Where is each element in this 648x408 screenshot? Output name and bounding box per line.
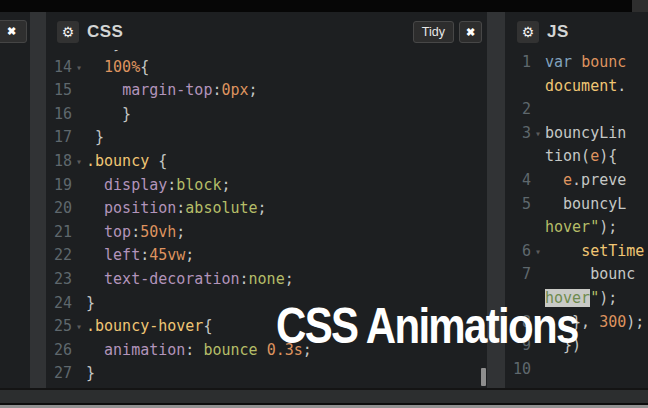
line-number: 17 — [46, 126, 72, 150]
fold-gutter — [72, 339, 86, 363]
fold-gutter — [531, 263, 545, 287]
close-icon: ✖ — [466, 26, 475, 39]
code-line[interactable]: 3▾bouncyLin — [505, 122, 648, 146]
code-line[interactable]: 19 display:block; — [46, 174, 487, 198]
code-line[interactable]: 1var bounc — [505, 51, 648, 75]
code-text: position:absolute; — [86, 197, 267, 221]
code-text: text-decoration:none; — [86, 268, 294, 292]
code-line[interactable]: 20 position:absolute; — [46, 197, 487, 221]
line-number: 24 — [46, 292, 72, 316]
line-number: 5 — [505, 193, 531, 217]
code-line[interactable]: 16 } — [46, 103, 487, 127]
code-line[interactable]: 23 text-decoration:none; — [46, 268, 487, 292]
fold-gutter — [72, 268, 86, 292]
code-text: bounc — [545, 263, 635, 287]
code-line[interactable]: 17 } — [46, 126, 487, 150]
fold-gutter — [72, 103, 86, 127]
fold-gutter — [531, 51, 545, 75]
fold-gutter — [72, 362, 86, 386]
line-number: 26 — [46, 339, 72, 363]
close-icon: ✖ — [7, 25, 16, 38]
code-line[interactable]: document. — [505, 75, 648, 99]
code-line[interactable]: 21 top:50vh; — [46, 221, 487, 245]
line-number: 6 — [505, 240, 531, 264]
gear-icon: ⚙ — [522, 25, 535, 39]
line-number: 14 — [46, 56, 72, 80]
css-scrollbar-thumb[interactable] — [481, 368, 486, 386]
preview-heading-text: CSS Animations — [276, 300, 578, 352]
fold-arrow-icon[interactable]: ▾ — [531, 240, 545, 264]
line-number: 3 — [505, 122, 531, 146]
fold-gutter — [531, 358, 545, 382]
code-text: bouncyL — [545, 193, 626, 217]
code-line[interactable]: 2 — [505, 98, 648, 122]
gear-icon: ⚙ — [62, 25, 75, 39]
code-text: } — [86, 103, 131, 127]
html-panel-edge: ✖ — [0, 12, 30, 390]
css-tidy-button[interactable]: Tidy — [413, 21, 454, 43]
line-number: 2 — [505, 98, 531, 122]
code-line[interactable]: 18▾.bouncy { — [46, 150, 487, 174]
code-line[interactable]: 7 bounc — [505, 263, 648, 287]
code-line[interactable]: 10 — [505, 358, 648, 382]
code-text: setTime — [545, 240, 644, 264]
fold-gutter — [531, 75, 545, 99]
line-number — [505, 75, 531, 99]
code-text: } — [86, 126, 104, 150]
line-number: 15 — [46, 79, 72, 103]
line-number: 22 — [46, 244, 72, 268]
code-line[interactable]: 6▾ setTime — [505, 240, 648, 264]
fold-gutter — [72, 221, 86, 245]
code-text: left:45vw; — [86, 244, 194, 268]
code-text: hover"); — [545, 216, 617, 240]
bottom-divider-bar[interactable] — [0, 388, 648, 408]
css-panel-title: CSS — [87, 22, 123, 42]
fold-arrow-icon[interactable]: ▾ — [72, 150, 86, 174]
top-bar — [0, 0, 648, 12]
fold-gutter — [72, 126, 86, 150]
code-text: } — [86, 362, 95, 386]
line-number: 27 — [46, 362, 72, 386]
code-line[interactable]: 27} — [46, 362, 487, 386]
css-panel-close-button[interactable]: ✖ — [459, 21, 482, 43]
line-number: 18 — [46, 150, 72, 174]
line-number: 10 — [505, 358, 531, 382]
bottom-bar-surface — [0, 390, 648, 403]
code-line[interactable]: 5 bouncyL — [505, 193, 648, 217]
line-number: 23 — [46, 268, 72, 292]
code-line[interactable]: 22 left:45vw; — [46, 244, 487, 268]
code-text: bouncyLin — [545, 122, 626, 146]
fold-gutter — [531, 193, 545, 217]
fold-arrow-icon[interactable]: ▾ — [72, 56, 86, 80]
code-text: e.preve — [545, 169, 626, 193]
code-text: var bounc — [545, 51, 626, 75]
line-number — [505, 145, 531, 169]
code-text: tion(e){ — [545, 145, 617, 169]
code-line[interactable]: 15 margin-top:0px; — [46, 79, 487, 103]
fold-gutter — [72, 292, 86, 316]
code-text: .bouncy-hover{ — [86, 315, 212, 339]
fold-gutter — [72, 79, 86, 103]
js-settings-button[interactable]: ⚙ — [517, 21, 539, 43]
code-text: 100%{ — [86, 56, 149, 80]
line-number: 20 — [46, 197, 72, 221]
code-text: margin-top:0px; — [86, 79, 258, 103]
panel-resizer-left[interactable] — [30, 12, 46, 390]
line-number: 1 — [505, 51, 531, 75]
fold-arrow-icon[interactable]: ▾ — [531, 122, 545, 146]
css-settings-button[interactable]: ⚙ — [57, 21, 79, 43]
code-line[interactable]: 14▾ 100%{ — [46, 56, 487, 80]
code-text: .bouncy { — [86, 150, 167, 174]
fold-arrow-icon[interactable]: ▾ — [72, 315, 86, 339]
editor-workspace: ✖ ⚙ CSS Tidy ✖ 13 }14▾ 100%{15 margin-to… — [0, 0, 648, 408]
code-line[interactable]: tion(e){ — [505, 145, 648, 169]
line-number: 16 — [46, 103, 72, 127]
js-panel-title: JS — [547, 22, 569, 42]
html-panel-close-button[interactable]: ✖ — [0, 20, 27, 43]
line-number — [505, 216, 531, 240]
fold-gutter — [531, 169, 545, 193]
code-line[interactable]: hover"); — [505, 216, 648, 240]
fold-gutter — [72, 244, 86, 268]
js-panel-header: ⚙ JS — [505, 12, 648, 50]
code-line[interactable]: 4 e.preve — [505, 169, 648, 193]
